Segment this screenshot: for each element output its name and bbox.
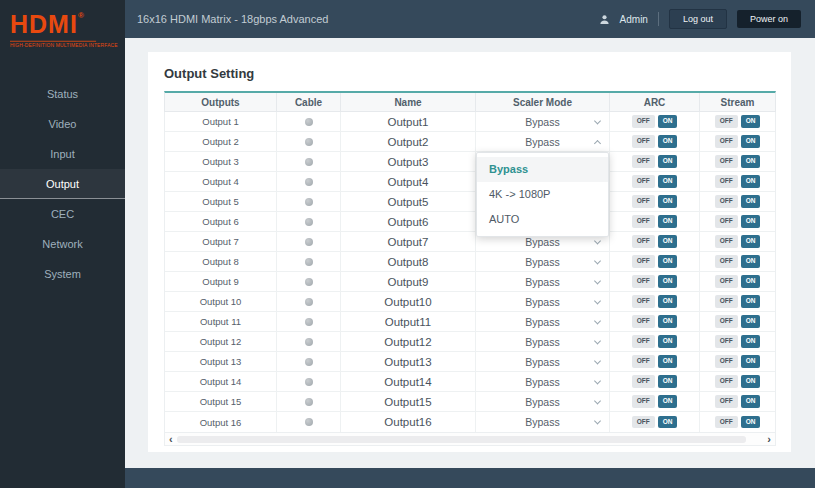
arc-off-button[interactable]: OFF [632, 295, 655, 308]
power-button[interactable]: Power on [737, 10, 801, 28]
sidebar-item-output[interactable]: Output [0, 169, 125, 199]
output-name: Output9 [341, 272, 476, 291]
arc-off-button[interactable]: OFF [632, 355, 655, 368]
arc-off-button[interactable]: OFF [632, 375, 655, 388]
stream-off-button[interactable]: OFF [715, 295, 738, 308]
arc-on-button[interactable]: ON [658, 355, 678, 368]
stream-toggle: OFFON [715, 255, 761, 268]
arc-on-button[interactable]: ON [658, 115, 678, 128]
arc-off-button[interactable]: OFF [632, 235, 655, 248]
arc-off-button[interactable]: OFF [632, 416, 655, 429]
scroll-thumb[interactable] [177, 436, 746, 443]
scaler-mode-select[interactable]: Bypass [476, 112, 610, 131]
stream-on-button[interactable]: ON [741, 155, 761, 168]
stream-on-button[interactable]: ON [741, 175, 761, 188]
sidebar-item-input[interactable]: Input [0, 139, 125, 169]
arc-off-button[interactable]: OFF [632, 215, 655, 228]
stream-off-button[interactable]: OFF [715, 335, 738, 348]
scaler-mode-select[interactable]: Bypass [476, 332, 610, 351]
scaler-mode-select[interactable]: Bypass [476, 412, 610, 432]
arc-on-button[interactable]: ON [658, 335, 678, 348]
stream-off-button[interactable]: OFF [715, 195, 738, 208]
stream-off-button[interactable]: OFF [715, 235, 738, 248]
arc-on-button[interactable]: ON [658, 295, 678, 308]
arc-on-button[interactable]: ON [658, 375, 678, 388]
arc-on-button[interactable]: ON [658, 395, 678, 408]
stream-on-button[interactable]: ON [741, 215, 761, 228]
stream-on-button[interactable]: ON [741, 235, 761, 248]
arc-on-button[interactable]: ON [658, 155, 678, 168]
arc-toggle: OFFON [632, 275, 678, 288]
stream-off-button[interactable]: OFF [715, 395, 738, 408]
dropdown-option-4k-1080p[interactable]: 4K -> 1080P [477, 182, 608, 207]
stream-off-button[interactable]: OFF [715, 315, 738, 328]
stream-on-button[interactable]: ON [741, 255, 761, 268]
scroll-track[interactable] [177, 435, 764, 444]
sidebar-item-system[interactable]: System [0, 259, 125, 289]
stream-off-button[interactable]: OFF [715, 355, 738, 368]
arc-off-button[interactable]: OFF [632, 255, 655, 268]
sidebar-item-network[interactable]: Network [0, 229, 125, 259]
stream-on-button[interactable]: ON [741, 295, 761, 308]
dropdown-option-auto[interactable]: AUTO [477, 207, 608, 232]
stream-on-button[interactable]: ON [741, 135, 761, 148]
stream-off-button[interactable]: OFF [715, 416, 738, 429]
dropdown-option-bypass[interactable]: Bypass [477, 157, 608, 182]
stream-off-button[interactable]: OFF [715, 135, 738, 148]
scaler-mode-select[interactable]: Bypass [476, 372, 610, 391]
arc-off-button[interactable]: OFF [632, 275, 655, 288]
arc-off-button[interactable]: OFF [632, 315, 655, 328]
scaler-mode-select[interactable]: BypassBypass4K -> 1080PAUTO [476, 132, 610, 151]
arc-off-button[interactable]: OFF [632, 335, 655, 348]
output-label: Output 6 [165, 212, 277, 231]
stream-off-button[interactable]: OFF [715, 175, 738, 188]
stream-off-button[interactable]: OFF [715, 215, 738, 228]
arc-cell: OFFON [610, 172, 700, 191]
arc-off-button[interactable]: OFF [632, 115, 655, 128]
arc-off-button[interactable]: OFF [632, 135, 655, 148]
scaler-mode-select[interactable]: Bypass [476, 352, 610, 371]
sidebar-item-cec[interactable]: CEC [0, 199, 125, 229]
output-name: Output13 [341, 352, 476, 371]
scaler-mode-select[interactable]: Bypass [476, 392, 610, 411]
stream-off-button[interactable]: OFF [715, 375, 738, 388]
arc-on-button[interactable]: ON [658, 235, 678, 248]
stream-on-button[interactable]: ON [741, 275, 761, 288]
stream-on-button[interactable]: ON [741, 195, 761, 208]
stream-on-button[interactable]: ON [741, 375, 761, 388]
scaler-mode-select[interactable]: Bypass [476, 292, 610, 311]
stream-on-button[interactable]: ON [741, 416, 761, 429]
stream-on-button[interactable]: ON [741, 115, 761, 128]
arc-on-button[interactable]: ON [658, 215, 678, 228]
arc-on-button[interactable]: ON [658, 135, 678, 148]
scaler-mode-select[interactable]: Bypass [476, 252, 610, 271]
stream-on-button[interactable]: ON [741, 335, 761, 348]
stream-off-button[interactable]: OFF [715, 255, 738, 268]
sidebar-item-status[interactable]: Status [0, 79, 125, 109]
scroll-left-icon[interactable]: ‹ [165, 434, 177, 445]
arc-off-button[interactable]: OFF [632, 195, 655, 208]
arc-on-button[interactable]: ON [658, 255, 678, 268]
horizontal-scrollbar[interactable]: ‹ › [164, 433, 776, 446]
stream-off-button[interactable]: OFF [715, 115, 738, 128]
arc-on-button[interactable]: ON [658, 315, 678, 328]
scroll-right-icon[interactable]: › [763, 434, 775, 445]
stream-off-button[interactable]: OFF [715, 155, 738, 168]
stream-on-button[interactable]: ON [741, 395, 761, 408]
logout-button[interactable]: Log out [669, 9, 727, 29]
stream-on-button[interactable]: ON [741, 315, 761, 328]
arc-on-button[interactable]: ON [658, 275, 678, 288]
arc-off-button[interactable]: OFF [632, 175, 655, 188]
stream-on-button[interactable]: ON [741, 355, 761, 368]
arc-on-button[interactable]: ON [658, 175, 678, 188]
scaler-mode-select[interactable]: Bypass [476, 312, 610, 331]
stream-off-button[interactable]: OFF [715, 275, 738, 288]
arc-on-button[interactable]: ON [658, 416, 678, 429]
chevron-up-icon [594, 139, 601, 146]
arc-on-button[interactable]: ON [658, 195, 678, 208]
arc-off-button[interactable]: OFF [632, 395, 655, 408]
cable-cell [277, 252, 341, 271]
arc-off-button[interactable]: OFF [632, 155, 655, 168]
sidebar-item-video[interactable]: Video [0, 109, 125, 139]
scaler-mode-select[interactable]: Bypass [476, 272, 610, 291]
